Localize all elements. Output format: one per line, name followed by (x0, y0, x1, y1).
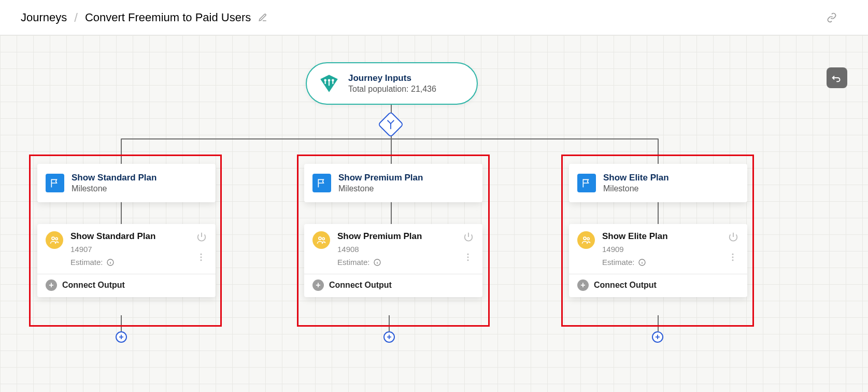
milestone-node-premium[interactable]: Show Premium Plan Milestone (304, 164, 482, 202)
flag-icon (577, 174, 596, 192)
svg-point-0 (324, 79, 326, 81)
action-title: Show Premium Plan (337, 231, 474, 242)
connect-output-button[interactable]: + Connect Output (312, 279, 474, 291)
connect-output-label: Connect Output (594, 281, 657, 290)
estimate-label: Estimate: (337, 258, 370, 267)
card-divider (304, 274, 482, 274)
action-title: Show Standard Plan (70, 231, 207, 242)
add-node-button[interactable]: + (652, 331, 663, 343)
journey-inputs-text: Journey Inputs Total population: 21,436 (348, 73, 436, 94)
journey-inputs-icon (318, 73, 340, 94)
card-divider (569, 274, 747, 274)
connect-output-button[interactable]: + Connect Output (577, 279, 739, 291)
milestone-type-label: Milestone (603, 184, 669, 193)
action-id: 14907 (70, 245, 207, 254)
plus-icon: + (577, 279, 589, 291)
power-icon[interactable] (463, 231, 474, 245)
action-node-premium[interactable]: Show Premium Plan 14908 Estimate: + Conn… (304, 224, 482, 297)
audience-icon (46, 231, 63, 249)
milestone-type-label: Milestone (72, 184, 156, 193)
svg-point-19 (732, 257, 734, 258)
action-id: 14909 (602, 245, 739, 254)
svg-point-14 (467, 259, 469, 261)
power-icon[interactable] (728, 231, 739, 245)
breadcrumb-root[interactable]: Journeys (21, 11, 67, 24)
svg-point-16 (587, 237, 589, 240)
milestone-title: Show Premium Plan (338, 173, 423, 183)
add-node-button[interactable]: + (383, 331, 395, 343)
svg-point-15 (584, 237, 586, 240)
info-icon[interactable] (106, 258, 115, 267)
milestone-node-elite[interactable]: Show Elite Plan Milestone (569, 164, 747, 202)
svg-point-12 (467, 254, 469, 255)
info-icon[interactable] (638, 258, 646, 267)
edit-icon[interactable] (258, 13, 267, 22)
svg-point-10 (322, 237, 324, 240)
svg-point-20 (732, 259, 734, 261)
breadcrumb: Journeys / Convert Freemium to Paid User… (21, 10, 267, 25)
journey-inputs-node[interactable]: Journey Inputs Total population: 21,436 (306, 62, 478, 105)
milestone-title: Show Elite Plan (603, 173, 669, 183)
connect-output-button[interactable]: + Connect Output (46, 279, 207, 291)
svg-point-2 (332, 79, 334, 81)
milestone-node-standard[interactable]: Show Standard Plan Milestone (37, 164, 216, 202)
action-id: 14908 (337, 245, 474, 254)
connect-output-label: Connect Output (62, 281, 125, 290)
power-icon[interactable] (196, 231, 207, 245)
journey-inputs-title: Journey Inputs (348, 73, 436, 83)
estimate-label: Estimate: (602, 258, 635, 267)
card-divider (37, 274, 216, 274)
more-icon[interactable] (728, 252, 738, 264)
plus-icon: + (46, 279, 57, 291)
more-icon[interactable] (463, 252, 473, 264)
more-icon[interactable] (196, 252, 206, 264)
connect-output-label: Connect Output (329, 281, 392, 290)
milestone-title: Show Standard Plan (72, 173, 156, 183)
svg-point-6 (201, 254, 202, 255)
breadcrumb-current: Convert Freemium to Paid Users (85, 11, 251, 24)
audience-icon (577, 231, 595, 249)
flag-icon (46, 174, 64, 192)
action-node-elite[interactable]: Show Elite Plan 14909 Estimate: + Connec… (569, 224, 747, 297)
plus-icon: + (312, 279, 324, 291)
info-icon[interactable] (373, 258, 381, 267)
add-node-button[interactable]: + (116, 331, 127, 343)
svg-point-4 (55, 237, 58, 240)
flag-icon (312, 174, 331, 192)
svg-point-8 (201, 259, 202, 261)
svg-point-18 (732, 254, 734, 255)
audience-icon (312, 231, 330, 249)
svg-point-1 (328, 79, 331, 81)
action-title: Show Elite Plan (602, 231, 739, 242)
breadcrumb-separator: / (74, 10, 78, 25)
layout-tool-button[interactable] (827, 67, 847, 88)
journey-canvas[interactable]: Journey Inputs Total population: 21,436 … (0, 35, 868, 392)
svg-point-7 (201, 257, 202, 258)
svg-point-9 (319, 237, 321, 240)
action-node-standard[interactable]: Show Standard Plan 14907 Estimate: + Con… (37, 224, 216, 297)
journey-inputs-subtitle: Total population: 21,436 (348, 85, 436, 94)
estimate-label: Estimate: (70, 258, 103, 267)
milestone-type-label: Milestone (338, 184, 423, 193)
page-header: Journeys / Convert Freemium to Paid User… (0, 0, 868, 35)
split-node[interactable] (378, 111, 404, 138)
svg-point-13 (467, 257, 469, 258)
link-icon[interactable] (827, 12, 847, 23)
svg-point-3 (52, 237, 54, 240)
